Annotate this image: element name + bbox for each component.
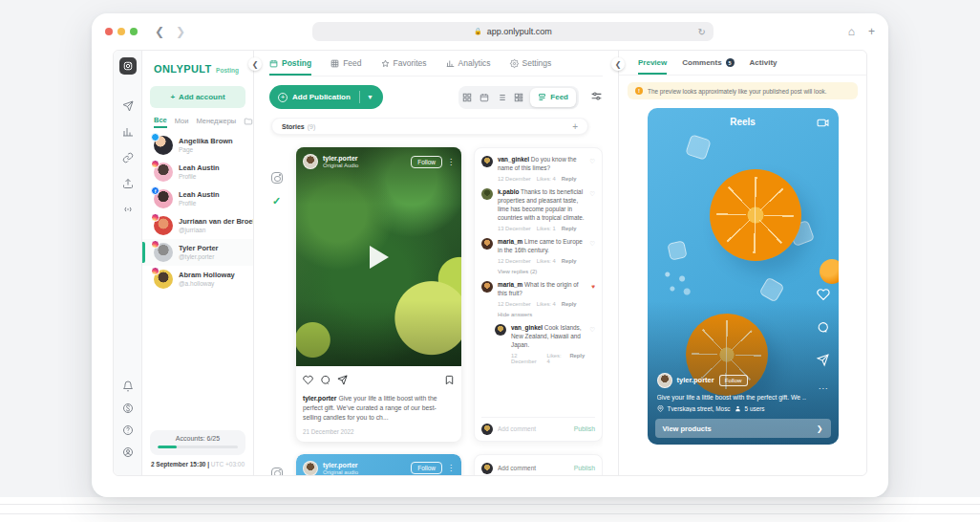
links-icon[interactable] xyxy=(121,151,135,164)
camera-icon[interactable] xyxy=(817,116,829,133)
follow-button[interactable]: Follow xyxy=(411,462,442,474)
address-bar[interactable]: 🔒 app.onlypult.com ↻ xyxy=(312,22,714,41)
filters-icon[interactable] xyxy=(590,89,603,106)
more-options-icon[interactable]: ⋮ xyxy=(447,464,455,472)
like-comment-icon[interactable]: ♡ xyxy=(589,324,595,364)
tab-all[interactable]: Все xyxy=(154,116,167,128)
tab-posting[interactable]: Posting xyxy=(269,51,311,76)
add-comment-input[interactable] xyxy=(498,425,569,432)
minimize-window-button[interactable] xyxy=(117,28,125,35)
post-row-1: ✓ tyler.porter Original Audio Follow xyxy=(269,147,603,442)
subscription-icon[interactable] xyxy=(121,402,135,415)
back-icon[interactable]: ❮ xyxy=(153,25,166,38)
reply-link[interactable]: Reply xyxy=(569,353,585,364)
publish-comment-button[interactable]: Publish xyxy=(574,425,595,432)
stories-bar[interactable]: Stories (9) + xyxy=(271,118,588,135)
instagram-app-icon[interactable] xyxy=(119,57,137,75)
post-image-limes[interactable]: tyler.porter Original Audio Follow ⋮ xyxy=(296,147,461,366)
comment-2[interactable]: k.pablo Thanks to its beneficial propert… xyxy=(481,188,595,231)
list-view-icon[interactable] xyxy=(496,92,506,102)
account-list: Angelika BrownPage Leah AustinProfile f … xyxy=(142,132,253,424)
collapse-accounts-icon[interactable]: ❮ xyxy=(248,57,262,71)
account-row-angelika-brown[interactable]: Angelika BrownPage xyxy=(142,132,253,159)
grid-view-icon[interactable] xyxy=(461,92,472,102)
deck-background xyxy=(0,497,980,522)
share-post-icon[interactable] xyxy=(817,353,829,370)
play-icon[interactable] xyxy=(370,246,389,269)
onlypult-app: ❮ ONLYPULT Posting + Add account Все Мои… xyxy=(113,50,867,476)
post-image-orange[interactable]: tyler.porter Original audio Follow ⋮ xyxy=(296,454,461,475)
like-comment-icon[interactable]: ♡ xyxy=(589,238,595,264)
tab-favorites[interactable]: Favorites xyxy=(381,51,427,76)
reply-link[interactable]: Reply xyxy=(562,301,577,307)
help-icon[interactable] xyxy=(121,424,135,437)
account-row-leah-austin-fb[interactable]: f Leah AustinProfile xyxy=(142,185,253,212)
share-icon[interactable]: ⌂︎ xyxy=(848,25,855,38)
post-card-2[interactable]: tyler.porter Original audio Follow ⋮ xyxy=(296,454,461,475)
like-comment-icon[interactable]: ♡ xyxy=(589,188,595,231)
comment-1[interactable]: van_ginkel Do you know the name of this … xyxy=(481,156,595,182)
profile-settings-icon[interactable] xyxy=(121,446,135,459)
account-row-tyler-porter[interactable]: Tyler Porter@tyler.porter xyxy=(142,239,253,266)
view-products-button[interactable]: View products ❯ xyxy=(655,419,831,438)
groups-folder-icon[interactable] xyxy=(244,117,253,128)
tab-mine[interactable]: Мои xyxy=(175,117,189,127)
reels-location[interactable]: Tverskaya street, Mosc xyxy=(668,405,731,412)
comment-icon[interactable] xyxy=(320,372,330,389)
analytics-icon[interactable] xyxy=(121,125,135,139)
account-row-abram-holloway[interactable]: Abram Holloway@a.holloway xyxy=(142,266,253,293)
like-comment-icon[interactable]: ♡ xyxy=(589,156,595,182)
new-tab-icon[interactable]: + xyxy=(868,25,875,38)
like-icon[interactable] xyxy=(817,288,830,305)
view-replies-link[interactable]: View replies (2) xyxy=(498,269,595,274)
tab-preview[interactable]: Preview xyxy=(638,51,667,75)
accounts-panel: ❮ ONLYPULT Posting + Add account Все Мои… xyxy=(142,51,254,475)
add-account-button[interactable]: + Add account xyxy=(150,86,245,108)
account-row-leah-austin-ig[interactable]: Leah AustinProfile xyxy=(142,159,253,185)
post-card-1[interactable]: tyler.porter Original Audio Follow ⋮ xyxy=(296,147,461,442)
comment-icon[interactable] xyxy=(817,320,829,337)
comment-3[interactable]: maria_m Lime came to Europe in the 16th … xyxy=(481,238,595,264)
add-comment-input[interactable] xyxy=(498,465,569,471)
like-icon[interactable] xyxy=(303,372,313,389)
broadcast-icon[interactable] xyxy=(121,203,135,216)
add-publication-button[interactable]: + Add Publication ▼ xyxy=(269,85,383,109)
publish-comment-button[interactable]: Publish xyxy=(574,465,595,471)
follow-button[interactable]: Follow xyxy=(411,156,442,168)
export-icon[interactable] xyxy=(121,177,135,190)
bookmark-icon[interactable] xyxy=(444,372,455,389)
follow-button[interactable]: Follow xyxy=(719,375,748,386)
zoom-window-button[interactable] xyxy=(130,28,138,35)
add-story-icon[interactable]: + xyxy=(572,121,578,132)
reels-tagged-users[interactable]: 5 users xyxy=(745,405,765,412)
tab-managers[interactable]: Менеджеры xyxy=(196,117,236,127)
reply-link[interactable]: Reply xyxy=(562,226,577,231)
chevron-right-icon: ❯ xyxy=(817,424,823,433)
account-row-jurriaan[interactable]: Jurriaan van der Broek@jurriaan xyxy=(142,212,253,239)
tab-activity[interactable]: Activity xyxy=(750,51,778,75)
forward-icon[interactable]: ❯ xyxy=(174,25,187,38)
share-post-icon[interactable] xyxy=(337,372,348,389)
direct-messages-icon[interactable] xyxy=(121,99,135,113)
reels-title: Reels xyxy=(648,117,839,127)
more-options-icon[interactable]: ... xyxy=(819,381,829,391)
liked-comment-icon[interactable]: ♥ xyxy=(591,281,595,307)
hide-answers-link[interactable]: Hide answers xyxy=(498,312,595,317)
reply-link[interactable]: Reply xyxy=(562,176,577,182)
tab-feed[interactable]: Feed xyxy=(330,51,361,76)
collapse-preview-icon[interactable]: ❮ xyxy=(611,57,625,71)
notifications-bell-icon[interactable] xyxy=(121,380,135,393)
comment-4[interactable]: maria_m What is the origin of this fruit… xyxy=(481,281,595,307)
more-options-icon[interactable]: ⋮ xyxy=(447,158,455,166)
tab-settings[interactable]: Settings xyxy=(510,51,552,76)
close-window-button[interactable] xyxy=(105,28,113,35)
feed-view-toggle[interactable]: Feed xyxy=(530,88,576,107)
tab-comments[interactable]: Comments 5 xyxy=(682,51,734,75)
mosaic-view-icon[interactable] xyxy=(513,92,523,102)
reload-icon[interactable]: ↻ xyxy=(697,27,705,37)
tab-analytics[interactable]: Analytics xyxy=(446,51,491,76)
comment-reply[interactable]: van_ginkel Cook Islands, New Zealand, Ha… xyxy=(495,324,595,364)
calendar-view-icon[interactable] xyxy=(479,92,489,102)
reply-link[interactable]: Reply xyxy=(562,258,577,264)
chevron-down-icon[interactable]: ▼ xyxy=(367,94,381,100)
